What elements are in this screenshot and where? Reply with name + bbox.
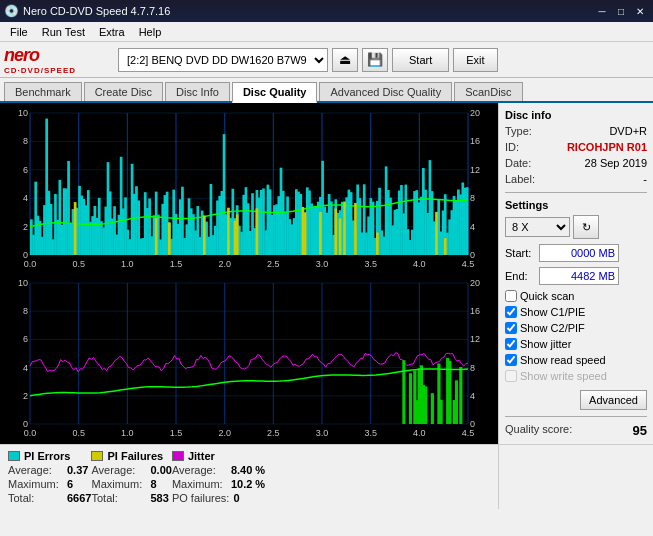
right-panel: Disc info Type: DVD+R ID: RICOHJPN R01 D… [498, 103, 653, 444]
speed-row: 8 X 4 X 6 X 12 X Max ↻ [505, 215, 647, 239]
app-title: Nero CD-DVD Speed 4.7.7.16 [23, 5, 170, 17]
disc-label-label: Label: [505, 173, 535, 185]
tab-create-disc[interactable]: Create Disc [84, 82, 163, 101]
c1pie-label: Show C1/PIE [520, 306, 585, 318]
pif-total-row: Total: 583 [91, 492, 171, 504]
quality-score-row: Quality score: 95 [505, 423, 647, 438]
tab-bar: Benchmark Create Disc Disc Info Disc Qua… [0, 78, 653, 103]
end-input[interactable] [539, 267, 619, 285]
po-label: PO failures: [172, 492, 229, 504]
title-bar-left: 💿 Nero CD-DVD Speed 4.7.7.16 [4, 4, 170, 18]
jitter-checkbox[interactable] [505, 338, 517, 350]
menu-run-test[interactable]: Run Test [36, 24, 91, 40]
nero-sub-text: CD·DVD/SPEED [4, 66, 76, 75]
menu-extra[interactable]: Extra [93, 24, 131, 40]
disc-date-value: 28 Sep 2019 [585, 157, 647, 169]
pi-avg-label: Average: [8, 464, 63, 476]
quality-score-label: Quality score: [505, 423, 572, 438]
tab-benchmark[interactable]: Benchmark [4, 82, 82, 101]
tab-disc-quality[interactable]: Disc Quality [232, 82, 318, 103]
disc-info-title: Disc info [505, 109, 647, 121]
disc-id-row: ID: RICOHJPN R01 [505, 141, 647, 153]
jitter-group: Jitter Average: 8.40 % Maximum: 10.2 % P… [172, 450, 265, 504]
menu-bar: File Run Test Extra Help [0, 22, 653, 42]
jitter-avg-row: Average: 8.40 % [172, 464, 265, 476]
advanced-btn-wrapper: Advanced [505, 388, 647, 410]
tab-scan-disc[interactable]: ScanDisc [454, 82, 522, 101]
toolbar: nero CD·DVD/SPEED [2:2] BENQ DVD DD DW16… [0, 42, 653, 78]
quick-scan-label: Quick scan [520, 290, 574, 302]
pi-total-row: Total: 6667 [8, 492, 91, 504]
disc-label-row: Label: - [505, 173, 647, 185]
jitter-max-row: Maximum: 10.2 % [172, 478, 265, 490]
start-input[interactable] [539, 244, 619, 262]
pif-avg-label: Average: [91, 464, 146, 476]
disc-id-value: RICOHJPN R01 [567, 141, 647, 153]
quick-scan-row: Quick scan [505, 290, 647, 302]
start-row: Start: [505, 244, 647, 262]
disc-date-row: Date: 28 Sep 2019 [505, 157, 647, 169]
jitter-color-box [172, 451, 184, 461]
maximize-button[interactable]: □ [612, 3, 630, 19]
pif-max-label: Maximum: [91, 478, 146, 490]
main-area: Disc info Type: DVD+R ID: RICOHJPN R01 D… [0, 103, 653, 444]
jitter-avg-value: 8.40 % [231, 464, 265, 476]
pi-errors-group: PI Errors Average: 0.37 Maximum: 6 Total… [8, 450, 91, 504]
menu-file[interactable]: File [4, 24, 34, 40]
save-button[interactable]: 💾 [362, 48, 388, 72]
pif-avg-row: Average: 0.00 [91, 464, 171, 476]
quick-scan-checkbox[interactable] [505, 290, 517, 302]
exit-button[interactable]: Exit [453, 48, 497, 72]
advanced-button[interactable]: Advanced [580, 390, 647, 410]
c1pie-row: Show C1/PIE [505, 306, 647, 318]
pi-failures-color-box [91, 451, 103, 461]
menu-help[interactable]: Help [133, 24, 168, 40]
jitter-label: Show jitter [520, 338, 571, 350]
title-bar-controls: ─ □ ✕ [593, 3, 649, 19]
start-label: Start: [505, 247, 535, 259]
end-label: End: [505, 270, 535, 282]
chart1-canvas [2, 105, 496, 273]
chart2-container [2, 275, 496, 442]
pi-total-label: Total: [8, 492, 63, 504]
c1pie-checkbox[interactable] [505, 306, 517, 318]
stats-bar: PI Errors Average: 0.37 Maximum: 6 Total… [0, 444, 498, 509]
pi-avg-value: 0.37 [67, 464, 88, 476]
bottom-area: PI Errors Average: 0.37 Maximum: 6 Total… [0, 444, 653, 509]
quality-score-value: 95 [633, 423, 647, 438]
drive-select[interactable]: [2:2] BENQ DVD DD DW1620 B7W9 [118, 48, 328, 72]
bottom-right-panel [498, 444, 653, 509]
write-speed-row: Show write speed [505, 370, 647, 382]
pi-avg-row: Average: 0.37 [8, 464, 91, 476]
jitter-avg-label: Average: [172, 464, 227, 476]
pif-max-value: 8 [150, 478, 156, 490]
minimize-button[interactable]: ─ [593, 3, 611, 19]
read-speed-checkbox[interactable] [505, 354, 517, 366]
jitter-max-label: Maximum: [172, 478, 227, 490]
app-icon: 💿 [4, 4, 19, 18]
close-button[interactable]: ✕ [631, 3, 649, 19]
divider2 [505, 416, 647, 417]
pi-errors-label: PI Errors [24, 450, 70, 462]
title-bar: 💿 Nero CD-DVD Speed 4.7.7.16 ─ □ ✕ [0, 0, 653, 22]
jitter-stat-label: Jitter [188, 450, 215, 462]
tab-advanced-disc-quality[interactable]: Advanced Disc Quality [319, 82, 452, 101]
refresh-button[interactable]: ↻ [573, 215, 599, 239]
tab-disc-info[interactable]: Disc Info [165, 82, 230, 101]
c2pif-label: Show C2/PIF [520, 322, 585, 334]
pi-max-value: 6 [67, 478, 73, 490]
divider1 [505, 192, 647, 193]
speed-select[interactable]: 8 X 4 X 6 X 12 X Max [505, 217, 570, 237]
pi-total-value: 6667 [67, 492, 91, 504]
disc-label-value: - [643, 173, 647, 185]
pi-failures-title: PI Failures [91, 450, 171, 462]
c2pif-checkbox[interactable] [505, 322, 517, 334]
nero-logo-text: nero [4, 45, 39, 66]
write-speed-label: Show write speed [520, 370, 607, 382]
eject-button[interactable]: ⏏ [332, 48, 358, 72]
start-button[interactable]: Start [392, 48, 449, 72]
pi-failures-label: PI Failures [107, 450, 163, 462]
po-failures-row: PO failures: 0 [172, 492, 265, 504]
pi-errors-title: PI Errors [8, 450, 91, 462]
chart1-container [2, 105, 496, 273]
